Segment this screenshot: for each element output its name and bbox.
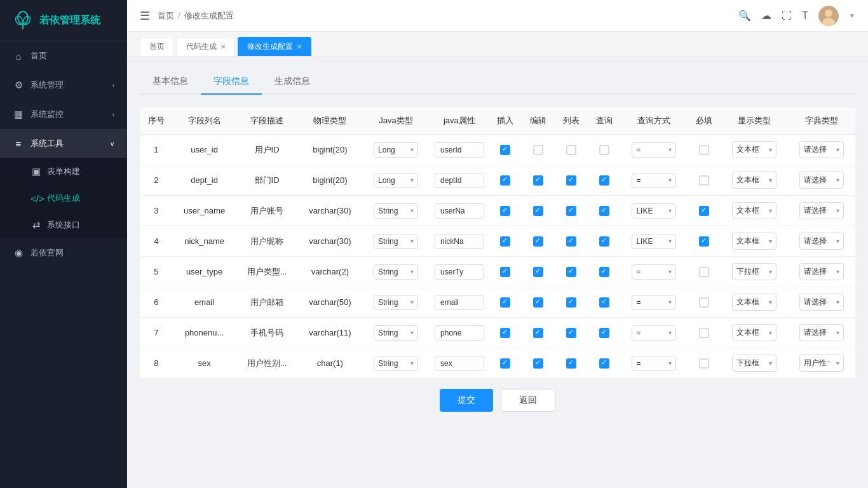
- edit-checkbox[interactable]: [533, 236, 543, 247]
- required-checkbox[interactable]: [699, 358, 709, 369]
- cell-edit[interactable]: [522, 165, 555, 196]
- display-type-select[interactable]: 下拉框 ▾: [732, 355, 776, 372]
- required-checkbox[interactable]: [699, 297, 709, 308]
- query-mode-select[interactable]: LIKE ▾: [632, 234, 676, 249]
- cell-display-type[interactable]: 文本框 ▾: [721, 196, 788, 226]
- cell-required[interactable]: [688, 226, 721, 257]
- query-checkbox[interactable]: [599, 328, 609, 338]
- cell-query[interactable]: [588, 318, 621, 348]
- cloud-icon[interactable]: ☁: [761, 10, 771, 22]
- java-type-select[interactable]: Long ▾: [374, 173, 418, 188]
- insert-checkbox[interactable]: [500, 267, 510, 277]
- sidebar-item-form-builder[interactable]: ▣ 表单构建: [0, 158, 127, 185]
- list-checkbox[interactable]: [566, 358, 576, 369]
- query-checkbox[interactable]: [599, 175, 609, 186]
- edit-checkbox[interactable]: [533, 145, 543, 155]
- tab-code-gen[interactable]: 代码生成 ✕: [177, 37, 235, 56]
- cell-query[interactable]: [588, 287, 621, 318]
- cell-list[interactable]: [555, 226, 588, 257]
- java-type-select[interactable]: Long ▾: [374, 142, 418, 158]
- list-checkbox[interactable]: [566, 145, 576, 155]
- cell-insert[interactable]: [489, 348, 522, 379]
- cell-list[interactable]: [555, 135, 588, 165]
- query-mode-select[interactable]: LIKE ▾: [632, 203, 676, 219]
- edit-checkbox[interactable]: [533, 358, 543, 369]
- avatar[interactable]: [818, 6, 839, 26]
- cell-query-mode[interactable]: = ▾: [620, 165, 688, 196]
- display-type-select[interactable]: 文本框 ▾: [732, 233, 776, 250]
- cell-query[interactable]: [588, 165, 621, 196]
- avatar-dropdown-icon[interactable]: ▼: [849, 12, 855, 19]
- display-type-select[interactable]: 下拉框 ▾: [732, 263, 776, 280]
- display-type-select[interactable]: 文本框 ▾: [732, 294, 776, 311]
- cell-list[interactable]: [555, 196, 588, 226]
- query-checkbox[interactable]: [599, 236, 609, 247]
- list-checkbox[interactable]: [566, 328, 576, 338]
- cell-java-type[interactable]: String ▾: [362, 287, 430, 318]
- sidebar-item-sys-api[interactable]: ⇄ 系统接口: [0, 212, 127, 238]
- cell-dict-type[interactable]: 请选择 ▾: [788, 226, 855, 257]
- dict-type-select[interactable]: 请选择 ▾: [799, 202, 844, 219]
- required-checkbox[interactable]: [699, 267, 709, 277]
- required-checkbox[interactable]: [699, 236, 709, 247]
- java-attr-input[interactable]: deptId: [435, 173, 484, 188]
- cell-list[interactable]: [555, 257, 588, 287]
- tab-home[interactable]: 首页: [140, 37, 174, 56]
- cell-list[interactable]: [555, 165, 588, 196]
- query-checkbox[interactable]: [599, 267, 609, 277]
- insert-checkbox[interactable]: [500, 358, 510, 369]
- cell-required[interactable]: [688, 196, 721, 226]
- tab-code-gen-close[interactable]: ✕: [220, 43, 226, 50]
- cell-edit[interactable]: [522, 257, 555, 287]
- display-type-select[interactable]: 文本框 ▾: [732, 202, 776, 219]
- font-size-icon[interactable]: T: [802, 10, 808, 22]
- cell-edit[interactable]: [522, 287, 555, 318]
- cell-java-type[interactable]: String ▾: [362, 348, 430, 379]
- cell-required[interactable]: [688, 348, 721, 379]
- required-checkbox[interactable]: [699, 175, 709, 186]
- cell-display-type[interactable]: 文本框 ▾: [721, 165, 788, 196]
- dict-type-select[interactable]: 请选择 ▾: [799, 263, 844, 280]
- query-mode-select[interactable]: = ▾: [632, 264, 676, 280]
- java-type-select[interactable]: String ▾: [374, 295, 418, 310]
- query-mode-select[interactable]: = ▾: [632, 142, 676, 158]
- cell-insert[interactable]: [489, 287, 522, 318]
- edit-checkbox[interactable]: [533, 328, 543, 338]
- cell-insert[interactable]: [489, 165, 522, 196]
- cell-display-type[interactable]: 文本框 ▾: [721, 226, 788, 257]
- list-checkbox[interactable]: [566, 297, 576, 308]
- cell-insert[interactable]: [489, 257, 522, 287]
- cell-required[interactable]: [688, 165, 721, 196]
- cell-list[interactable]: [555, 318, 588, 348]
- cell-query[interactable]: [588, 226, 621, 257]
- cell-java-type[interactable]: String ▾: [362, 196, 430, 226]
- cell-display-type[interactable]: 文本框 ▾: [721, 318, 788, 348]
- edit-checkbox[interactable]: [533, 175, 543, 186]
- cell-insert[interactable]: [489, 318, 522, 348]
- cell-dict-type[interactable]: 请选择 ▾: [788, 196, 855, 226]
- display-type-select[interactable]: 文本框 ▾: [732, 141, 776, 158]
- insert-checkbox[interactable]: [500, 328, 510, 338]
- cell-display-type[interactable]: 文本框 ▾: [721, 287, 788, 318]
- insert-checkbox[interactable]: [500, 145, 510, 155]
- insert-checkbox[interactable]: [500, 297, 510, 308]
- java-attr-input[interactable]: phone: [435, 325, 484, 341]
- cell-java-type[interactable]: String ▾: [362, 226, 430, 257]
- cell-insert[interactable]: [489, 226, 522, 257]
- cell-dict-type[interactable]: 请选择 ▾: [788, 318, 855, 348]
- cell-list[interactable]: [555, 348, 588, 379]
- sidebar-item-home[interactable]: ⌂ 首页: [0, 41, 127, 71]
- cell-query[interactable]: [588, 135, 621, 165]
- cell-insert[interactable]: [489, 196, 522, 226]
- tab-modify-config[interactable]: 修改生成配置 ✕: [238, 37, 311, 56]
- cell-edit[interactable]: [522, 348, 555, 379]
- query-checkbox[interactable]: [599, 297, 609, 308]
- dict-type-select[interactable]: 请选择 ▾: [799, 294, 844, 311]
- query-mode-select[interactable]: = ▾: [632, 325, 676, 341]
- cell-query[interactable]: [588, 257, 621, 287]
- cell-required[interactable]: [688, 318, 721, 348]
- java-type-select[interactable]: String ▾: [374, 203, 418, 219]
- dict-type-select[interactable]: 请选择 ▾: [799, 141, 844, 158]
- java-type-select[interactable]: String ▾: [374, 325, 418, 341]
- required-checkbox[interactable]: [699, 328, 709, 338]
